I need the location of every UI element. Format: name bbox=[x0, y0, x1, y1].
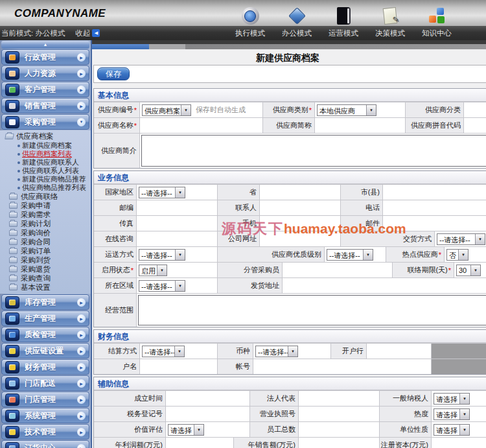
text-input[interactable] bbox=[383, 216, 486, 231]
form-row: 国家地区--请选择--▼省市(县) bbox=[94, 184, 486, 200]
dropdown-select[interactable]: --请选择--▼ bbox=[139, 187, 185, 198]
sidebar-folder-item[interactable]: 采购退货 bbox=[0, 265, 91, 274]
dropdown-arrow-icon: ▼ bbox=[174, 346, 184, 357]
sidebar-folder-item[interactable]: 采购需求 bbox=[0, 210, 91, 219]
sidebar-folder-item[interactable]: 基本设置 bbox=[0, 283, 91, 292]
mode-menu-item[interactable]: 运营模式 bbox=[320, 29, 367, 38]
dropdown-select[interactable]: 启用▼ bbox=[139, 265, 167, 276]
form-row: 在线咨询公司网址交货方式--请选择--▼ bbox=[94, 231, 486, 246]
folder-icon bbox=[9, 266, 17, 272]
sidebar-menu-item[interactable]: 系统管理▶ bbox=[1, 408, 89, 423]
dropdown-select[interactable]: 请选择▼ bbox=[434, 408, 470, 420]
text-input[interactable] bbox=[315, 118, 405, 133]
sidebar-folder-item[interactable]: 采购到货 bbox=[0, 255, 91, 265]
text-input[interactable] bbox=[383, 200, 486, 215]
sidebar-menu-item[interactable]: 订货中心▶ bbox=[1, 440, 89, 448]
sidebar-folder-item[interactable]: 采购询价 bbox=[0, 228, 91, 237]
sidebar-menu-item[interactable]: 人力资源▶ bbox=[1, 65, 89, 81]
text-input[interactable] bbox=[260, 216, 340, 231]
field-label: 供应商名称* bbox=[94, 118, 139, 133]
dropdown-select[interactable]: --请选择--▼ bbox=[255, 346, 298, 357]
sidebar-menu-item[interactable]: 财务管理▶ bbox=[1, 359, 89, 375]
textarea-input[interactable] bbox=[138, 295, 486, 325]
mode-menu-item[interactable]: 决策模式 bbox=[367, 29, 413, 38]
sidebar-menu-item[interactable]: 销售管理▶ bbox=[1, 98, 89, 113]
text-input[interactable] bbox=[260, 185, 340, 200]
form-section: 辅助信息成立时间法人代表一般纳税人请选择▼税务登记号营业执照号热度请选择▼价值评… bbox=[93, 377, 486, 448]
text-input[interactable] bbox=[464, 102, 486, 117]
input-cell bbox=[165, 391, 249, 406]
text-input[interactable] bbox=[260, 231, 340, 246]
inactive-tab-indicator[interactable] bbox=[149, 44, 185, 49]
dropdown-select[interactable]: --请选择--▼ bbox=[437, 233, 485, 245]
text-input[interactable] bbox=[432, 438, 486, 448]
text-input[interactable] bbox=[299, 391, 379, 406]
text-input[interactable] bbox=[140, 359, 217, 374]
text-input[interactable] bbox=[137, 200, 217, 215]
dropdown-select[interactable]: 本地供应商▼ bbox=[317, 104, 376, 116]
folder-icon bbox=[9, 221, 17, 227]
sales-clipboard-icon bbox=[5, 100, 19, 112]
textarea-input[interactable] bbox=[141, 135, 486, 167]
sidebar-menu-item[interactable]: 质检管理▶ bbox=[1, 327, 89, 342]
sidebar-menu-item[interactable]: 库存管理▶ bbox=[1, 294, 89, 310]
sidebar-scroll-up-icon[interactable]: ▲ bbox=[1, 41, 89, 49]
save-button[interactable]: 保存 bbox=[97, 67, 130, 80]
finance-coins-icon bbox=[5, 361, 19, 373]
text-input[interactable] bbox=[299, 422, 379, 437]
diamond-book-icon[interactable] bbox=[288, 7, 306, 25]
sidebar-menu-item[interactable]: 供应链设置▶ bbox=[1, 343, 89, 359]
text-input[interactable] bbox=[166, 438, 233, 448]
text-input[interactable] bbox=[283, 278, 486, 293]
sidebar-folder-item[interactable]: 采购查询 bbox=[0, 274, 91, 283]
text-input[interactable] bbox=[299, 407, 379, 421]
text-input[interactable] bbox=[383, 185, 486, 200]
text-input[interactable] bbox=[464, 118, 486, 133]
sidebar-folder-item[interactable]: 采购合同 bbox=[0, 237, 91, 246]
sidebar-menu-item[interactable]: 技术管理▶ bbox=[1, 424, 89, 440]
sidebar-folder-item[interactable]: 采购计划 bbox=[0, 219, 91, 228]
black-book-icon[interactable] bbox=[337, 7, 351, 25]
mode-menu-item[interactable]: 知识中心 bbox=[413, 29, 460, 38]
text-input[interactable] bbox=[166, 391, 249, 406]
dropdown-select[interactable]: 请选择▼ bbox=[168, 424, 204, 436]
text-input[interactable] bbox=[283, 263, 392, 277]
sidebar-menu-item[interactable]: 采购管理▼ bbox=[1, 114, 89, 130]
dropdown-select[interactable]: 30▼ bbox=[456, 265, 481, 276]
sidebar-menu-item[interactable]: 生产管理▶ bbox=[1, 311, 89, 326]
dropdown-select[interactable]: --请选择--▼ bbox=[327, 249, 373, 261]
dropdown-select[interactable]: 否▼ bbox=[446, 249, 469, 261]
active-tab-indicator[interactable] bbox=[92, 44, 149, 49]
dropdown-select[interactable]: 请选择▼ bbox=[434, 424, 470, 436]
text-input[interactable] bbox=[137, 216, 217, 231]
text-input[interactable] bbox=[253, 359, 431, 374]
dropdown-select[interactable]: 请选择▼ bbox=[434, 393, 470, 405]
text-input[interactable] bbox=[367, 344, 431, 359]
sidebar-folder-item[interactable]: 采购申请 bbox=[0, 201, 91, 210]
sidebar-folder-item[interactable]: 采购订单 bbox=[0, 246, 91, 255]
cubes-icon[interactable] bbox=[428, 7, 446, 25]
sidebar-menu-item[interactable]: 客户管理▶ bbox=[1, 82, 89, 97]
dropdown-select[interactable]: 供应商档案▼ bbox=[142, 104, 191, 116]
notepad-pencil-icon[interactable] bbox=[383, 7, 398, 25]
dropdown-select[interactable]: --请选择--▼ bbox=[142, 346, 185, 357]
sidebar-menu-item[interactable]: 行政管理▶ bbox=[1, 49, 89, 65]
mode-menu-item[interactable]: 办公模式 bbox=[273, 29, 320, 38]
text-input[interactable] bbox=[140, 118, 262, 133]
sidebar-folder-item[interactable]: 供应商联络 bbox=[0, 192, 91, 201]
text-input[interactable] bbox=[299, 438, 379, 448]
supply-chain-icon bbox=[5, 345, 19, 357]
mode-menu-item[interactable]: 执行模式 bbox=[227, 29, 273, 38]
collapse-button[interactable]: 收起◀ bbox=[75, 29, 100, 38]
dropdown-select[interactable]: --请选择--▼ bbox=[139, 249, 185, 261]
submenu-link[interactable]: 供应商物品推荐列表 bbox=[0, 183, 91, 192]
text-input[interactable] bbox=[137, 231, 217, 246]
required-asterisk: * bbox=[309, 106, 312, 114]
text-input[interactable] bbox=[166, 407, 249, 421]
dropdown-select[interactable]: --请选择--▼ bbox=[139, 280, 185, 292]
clock-icon[interactable] bbox=[242, 7, 259, 25]
text-input[interactable] bbox=[260, 200, 340, 215]
submenu-folder-open[interactable]: 供应商档案 bbox=[0, 132, 91, 141]
sidebar-menu-item[interactable]: 门店管理▶ bbox=[1, 392, 89, 407]
sidebar-menu-item[interactable]: 门店配送▶ bbox=[1, 375, 89, 391]
